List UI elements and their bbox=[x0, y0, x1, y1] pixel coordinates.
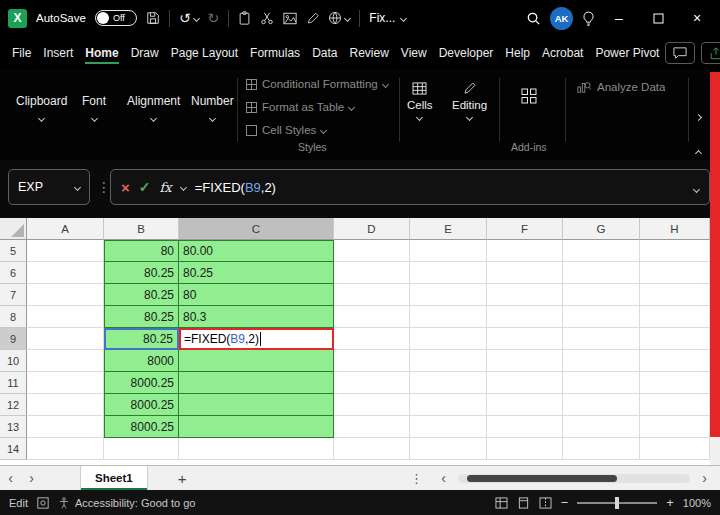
menu-item-formulas[interactable]: Formulas bbox=[244, 38, 306, 68]
paste-button[interactable] bbox=[238, 11, 251, 25]
cell[interactable] bbox=[410, 394, 487, 416]
cell-b6[interactable]: 80.25 bbox=[104, 262, 179, 284]
cell[interactable] bbox=[640, 394, 710, 416]
cell[interactable] bbox=[104, 438, 179, 460]
sheet-nav-left-button[interactable]: ‹ bbox=[0, 471, 21, 485]
normal-view-button[interactable] bbox=[495, 497, 508, 509]
zoom-in-button[interactable]: + bbox=[666, 496, 674, 509]
cell[interactable] bbox=[27, 372, 104, 394]
cell[interactable] bbox=[640, 372, 710, 394]
zoom-level[interactable]: 100% bbox=[683, 497, 711, 509]
name-box-resize-handle-icon[interactable]: ⋮ bbox=[97, 179, 111, 195]
menu-item-home[interactable]: Home bbox=[79, 38, 124, 68]
cell-c10[interactable] bbox=[179, 350, 334, 372]
ribbon-group-number[interactable]: Number bbox=[191, 94, 234, 121]
save-button[interactable] bbox=[146, 11, 160, 25]
user-avatar[interactable]: AK bbox=[550, 7, 573, 30]
cell[interactable] bbox=[487, 262, 563, 284]
column-header-a[interactable]: A bbox=[27, 218, 104, 240]
cell[interactable] bbox=[563, 262, 640, 284]
cell[interactable] bbox=[563, 306, 640, 328]
conditional-formatting-button[interactable]: Conditional Formatting bbox=[246, 78, 388, 90]
ribbon-group-cells[interactable]: Cells bbox=[407, 82, 433, 120]
select-all-corner[interactable] bbox=[0, 218, 27, 240]
zoom-out-button[interactable]: − bbox=[561, 496, 569, 509]
cell[interactable] bbox=[487, 438, 563, 460]
ribbon-scroll-right-button[interactable] bbox=[696, 106, 701, 124]
menu-item-data[interactable]: Data bbox=[306, 38, 343, 68]
cell[interactable] bbox=[27, 306, 104, 328]
cell-c8[interactable]: 80.3 bbox=[179, 306, 334, 328]
cell[interactable] bbox=[563, 350, 640, 372]
cell[interactable] bbox=[563, 240, 640, 262]
cell[interactable] bbox=[27, 328, 104, 350]
scroll-right-arrow[interactable]: › bbox=[694, 471, 715, 485]
menu-item-insert[interactable]: Insert bbox=[37, 38, 79, 68]
autosave-toggle[interactable]: Off bbox=[95, 10, 137, 26]
ribbon-group-font[interactable]: Font bbox=[82, 94, 106, 121]
cell-b5[interactable]: 80 bbox=[104, 240, 179, 262]
add-sheet-button[interactable]: + bbox=[178, 471, 187, 486]
cell[interactable] bbox=[334, 416, 410, 438]
scroll-left-arrow[interactable]: ‹ bbox=[433, 471, 454, 485]
cell[interactable] bbox=[410, 416, 487, 438]
cell[interactable] bbox=[487, 394, 563, 416]
cell[interactable] bbox=[410, 306, 487, 328]
cell[interactable] bbox=[563, 438, 640, 460]
zoom-slider[interactable] bbox=[577, 502, 657, 504]
cell-b9-referenced[interactable]: 80.25 bbox=[104, 328, 179, 350]
cell[interactable] bbox=[334, 328, 410, 350]
cell-styles-button[interactable]: Cell Styles bbox=[246, 124, 326, 136]
analyze-data-button[interactable]: Analyze Data bbox=[577, 80, 665, 94]
cell[interactable] bbox=[487, 240, 563, 262]
cell[interactable] bbox=[27, 394, 104, 416]
vertical-scrollbar[interactable] bbox=[710, 72, 720, 437]
undo-button[interactable]: ↺ bbox=[179, 11, 199, 25]
cell-b11[interactable]: 8000.25 bbox=[104, 372, 179, 394]
cell[interactable] bbox=[563, 328, 640, 350]
cell[interactable] bbox=[640, 306, 710, 328]
formula-input[interactable]: × ✓ fx =FIXED(B9,2) bbox=[110, 169, 710, 205]
column-header-g[interactable]: G bbox=[563, 218, 640, 240]
ideas-button[interactable] bbox=[582, 11, 595, 26]
cell-c7[interactable]: 80 bbox=[179, 284, 334, 306]
cell-c13[interactable] bbox=[179, 416, 334, 438]
cell[interactable] bbox=[563, 416, 640, 438]
cell[interactable] bbox=[27, 416, 104, 438]
row-header-9[interactable]: 9 bbox=[0, 328, 27, 350]
cell[interactable] bbox=[640, 240, 710, 262]
insert-picture-button[interactable] bbox=[283, 12, 297, 25]
cell-c5[interactable]: 80.00 bbox=[179, 240, 334, 262]
macro-record-icon[interactable] bbox=[37, 497, 49, 509]
cell[interactable] bbox=[334, 372, 410, 394]
comments-button[interactable] bbox=[665, 42, 695, 64]
cell[interactable] bbox=[410, 438, 487, 460]
column-header-b[interactable]: B bbox=[104, 218, 179, 240]
cell[interactable] bbox=[563, 394, 640, 416]
cell-b10[interactable]: 8000 bbox=[104, 350, 179, 372]
cell[interactable] bbox=[410, 328, 487, 350]
row-header-7[interactable]: 7 bbox=[0, 284, 27, 306]
cell[interactable] bbox=[487, 350, 563, 372]
maximize-button[interactable] bbox=[643, 4, 673, 32]
sheet-nav-right-button[interactable]: › bbox=[21, 471, 42, 485]
column-header-c[interactable]: C bbox=[179, 218, 334, 240]
cut-button[interactable] bbox=[260, 11, 274, 25]
ribbon-group-clipboard[interactable]: Clipboard bbox=[16, 94, 67, 121]
cell[interactable] bbox=[27, 262, 104, 284]
draw-pen-button[interactable] bbox=[306, 12, 319, 25]
expand-formula-bar-button[interactable] bbox=[694, 180, 699, 195]
cell[interactable] bbox=[334, 240, 410, 262]
menu-item-view[interactable]: View bbox=[395, 38, 433, 68]
menu-item-help[interactable]: Help bbox=[499, 38, 536, 68]
cell[interactable] bbox=[487, 328, 563, 350]
column-header-d[interactable]: D bbox=[334, 218, 410, 240]
cell[interactable] bbox=[563, 372, 640, 394]
row-header-8[interactable]: 8 bbox=[0, 306, 27, 328]
cell[interactable] bbox=[334, 284, 410, 306]
cell[interactable] bbox=[487, 306, 563, 328]
menu-item-acrobat[interactable]: Acrobat bbox=[536, 38, 589, 68]
cell[interactable] bbox=[27, 350, 104, 372]
excel-logo-icon[interactable]: X bbox=[8, 9, 27, 28]
row-header-12[interactable]: 12 bbox=[0, 394, 27, 416]
